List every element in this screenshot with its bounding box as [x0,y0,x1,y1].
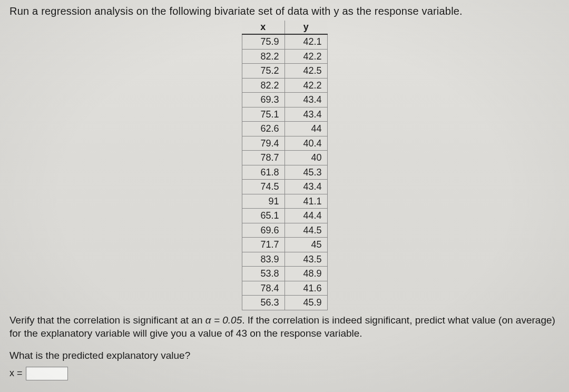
table-row: 75.242.5 [242,64,327,79]
data-table-wrap: x y 75.942.1 82.242.2 75.242.5 82.242.2 … [9,19,560,311]
answer-label: x = [9,368,23,379]
cell-y: 43.4 [284,107,327,122]
cell-y: 41.6 [284,281,327,296]
table-row: 78.441.6 [242,281,327,296]
cell-x: 75.9 [242,34,284,49]
cell-y: 44 [284,122,327,136]
cell-y: 43.4 [284,93,327,107]
cell-x: 62.6 [242,122,284,136]
cell-y: 43.4 [284,180,327,194]
table-row: 71.745 [242,238,327,252]
cell-x: 91 [242,194,284,209]
cell-y: 42.2 [284,78,327,93]
cell-y: 44.4 [284,209,327,223]
answer-row: x = [9,367,560,380]
cell-y: 48.9 [284,267,327,281]
table-row: 9141.1 [242,194,327,209]
cell-x: 78.7 [242,151,284,165]
cell-x: 78.4 [242,281,284,296]
table-row: 69.343.4 [242,93,327,107]
alpha-equation: α = 0.05 [205,315,242,326]
cell-y: 40 [284,151,327,165]
table-row: 79.440.4 [242,136,327,151]
table-row: 62.644 [242,122,327,136]
cell-x: 74.5 [242,180,284,194]
question-text: What is the predicted explanatory value? [9,350,560,361]
cell-y: 42.2 [284,49,327,64]
table-row: 61.845.3 [242,165,327,180]
cell-x: 75.2 [242,64,284,79]
table-row: 56.345.9 [242,296,327,310]
cell-x: 79.4 [242,136,284,151]
table-row: 75.942.1 [242,34,327,49]
cell-y: 43.5 [284,252,327,267]
table-row: 78.740 [242,151,327,165]
cell-x: 82.2 [242,78,284,93]
cell-y: 45.9 [284,296,327,310]
cell-y: 42.5 [284,64,327,79]
table-header-row: x y [242,21,327,34]
data-table: x y 75.942.1 82.242.2 75.242.5 82.242.2 … [242,21,328,310]
cell-x: 69.6 [242,223,284,238]
cell-x: 69.3 [242,93,284,107]
prompt-bottom: Verify that the correlation is significa… [9,313,560,340]
answer-input[interactable] [26,367,68,380]
cell-y: 44.5 [284,223,327,238]
table-row: 74.543.4 [242,180,327,194]
cell-y: 42.1 [284,34,327,49]
prompt-top: Run a regression analysis on the followi… [9,5,560,17]
table-row: 65.144.4 [242,209,327,223]
cell-x: 65.1 [242,209,284,223]
cell-x: 82.2 [242,49,284,64]
cell-y: 41.1 [284,194,327,209]
table-row: 69.644.5 [242,223,327,238]
cell-x: 53.8 [242,267,284,281]
cell-x: 71.7 [242,238,284,252]
cell-y: 45.3 [284,165,327,180]
cell-y: 40.4 [284,136,327,151]
cell-x: 83.9 [242,252,284,267]
table-row: 75.143.4 [242,107,327,122]
col-header-y: y [284,21,327,34]
table-row: 82.242.2 [242,49,327,64]
table-row: 53.848.9 [242,267,327,281]
cell-y: 45 [284,238,327,252]
worksheet-page: Run a regression analysis on the followi… [0,0,569,392]
cell-x: 61.8 [242,165,284,180]
col-header-x: x [242,21,284,34]
prompt-bottom-part1: Verify that the correlation is significa… [9,315,205,326]
cell-x: 56.3 [242,296,284,310]
table-body: 75.942.1 82.242.2 75.242.5 82.242.2 69.3… [242,34,327,310]
cell-x: 75.1 [242,107,284,122]
table-row: 83.943.5 [242,252,327,267]
table-row: 82.242.2 [242,78,327,93]
